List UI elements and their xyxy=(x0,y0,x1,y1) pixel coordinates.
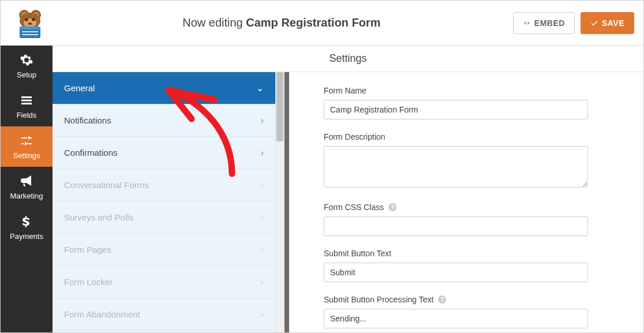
sliders-icon xyxy=(20,134,33,148)
sub-item-form-locker[interactable]: Form Locker › xyxy=(53,266,275,298)
sub-item-label: Surveys and Polls xyxy=(64,212,133,222)
code-icon xyxy=(523,19,531,27)
submit-processing-input[interactable] xyxy=(324,309,588,328)
nav-setup-label: Setup xyxy=(17,70,36,79)
nav-settings[interactable]: Settings xyxy=(1,126,53,167)
form-title: Camp Registration Form xyxy=(246,16,380,29)
nav-setup[interactable]: Setup xyxy=(1,46,53,86)
svg-point-6 xyxy=(25,18,28,21)
chevron-right-icon: › xyxy=(261,212,264,223)
sub-item-label: Confirmations xyxy=(64,148,118,158)
save-button-label: SAVE xyxy=(602,18,624,28)
embed-button-label: EMBED xyxy=(534,18,565,28)
nav-marketing[interactable]: Marketing xyxy=(1,167,53,207)
settings-subpanel: General ⌄ Notifications › Confirmations … xyxy=(53,72,275,332)
svg-rect-12 xyxy=(22,34,38,35)
svg-rect-11 xyxy=(22,31,38,32)
sub-item-label: Form Abandonment xyxy=(64,309,140,319)
left-nav: Setup Fields Settings Marketing Payments xyxy=(1,46,53,332)
nav-payments-label: Payments xyxy=(10,232,43,241)
svg-point-8 xyxy=(28,23,32,25)
sub-item-general[interactable]: General ⌄ xyxy=(53,72,275,104)
chevron-right-icon: › xyxy=(261,245,264,255)
embed-button[interactable]: EMBED xyxy=(513,12,575,34)
gear-icon xyxy=(20,53,33,67)
svg-rect-13 xyxy=(21,96,32,98)
svg-point-7 xyxy=(32,18,35,21)
nav-payments[interactable]: Payments xyxy=(1,207,53,248)
settings-subpanel-container: General ⌄ Notifications › Confirmations … xyxy=(53,72,289,332)
chevron-right-icon: › xyxy=(261,148,264,158)
nav-fields-label: Fields xyxy=(17,111,37,119)
check-icon xyxy=(590,19,598,27)
editing-prefix: Now editing xyxy=(182,16,246,29)
chevron-down-icon: ⌄ xyxy=(256,83,264,93)
svg-rect-10 xyxy=(20,27,40,29)
list-icon xyxy=(20,93,33,107)
panel-divider xyxy=(284,72,289,332)
subpanel-scrollbar[interactable] xyxy=(275,72,284,332)
save-button[interactable]: SAVE xyxy=(581,12,634,34)
chevron-right-icon: › xyxy=(261,309,264,320)
dollar-icon xyxy=(20,215,33,229)
sub-item-label: Form Pages xyxy=(64,245,111,255)
help-icon[interactable]: ? xyxy=(438,295,446,304)
svg-rect-14 xyxy=(21,99,32,101)
submit-text-input[interactable] xyxy=(324,263,588,282)
sub-item-surveys-polls[interactable]: Surveys and Polls › xyxy=(53,201,275,234)
nav-marketing-label: Marketing xyxy=(10,192,43,200)
submit-text-label: Submit Button Text xyxy=(324,249,588,258)
top-bar: Now editing Camp Registration Form EMBED… xyxy=(1,1,643,46)
sub-item-label: Conversational Forms xyxy=(64,180,149,190)
form-css-label: Form CSS Class xyxy=(324,203,384,212)
submit-processing-label: Submit Button Processing Text xyxy=(324,295,433,304)
sub-item-form-abandonment[interactable]: Form Abandonment › xyxy=(53,298,275,331)
chevron-right-icon: › xyxy=(261,115,264,126)
wpforms-logo-icon xyxy=(14,7,46,39)
form-name-input[interactable] xyxy=(324,100,588,119)
svg-rect-15 xyxy=(21,103,32,104)
scrollbar-thumb[interactable] xyxy=(276,72,283,141)
sub-item-notifications[interactable]: Notifications › xyxy=(53,104,275,137)
form-desc-label: Form Description xyxy=(324,132,588,141)
sub-item-form-pages[interactable]: Form Pages › xyxy=(53,234,275,266)
bullhorn-icon xyxy=(20,174,33,188)
sub-item-conversational-forms[interactable]: Conversational Forms › xyxy=(53,169,275,201)
nav-settings-label: Settings xyxy=(13,151,40,160)
sub-item-confirmations[interactable]: Confirmations › xyxy=(53,137,275,169)
sub-item-label: Notifications xyxy=(64,115,111,125)
editing-title: Now editing Camp Registration Form xyxy=(50,16,513,29)
topbar-actions: EMBED SAVE xyxy=(513,12,634,34)
form-name-label: Form Name xyxy=(324,86,588,95)
form-desc-textarea[interactable] xyxy=(324,146,588,188)
nav-fields[interactable]: Fields xyxy=(1,86,53,126)
chevron-right-icon: › xyxy=(261,277,264,287)
sub-item-label: Form Locker xyxy=(64,277,113,287)
logo xyxy=(10,7,50,39)
form-css-input[interactable] xyxy=(324,216,588,236)
sub-item-label: General xyxy=(64,83,95,93)
chevron-right-icon: › xyxy=(261,180,264,190)
help-icon[interactable]: ? xyxy=(388,203,396,211)
settings-panel-title: Settings xyxy=(53,46,643,72)
settings-content: Form Name Form Description Form CSS Clas… xyxy=(289,72,643,332)
